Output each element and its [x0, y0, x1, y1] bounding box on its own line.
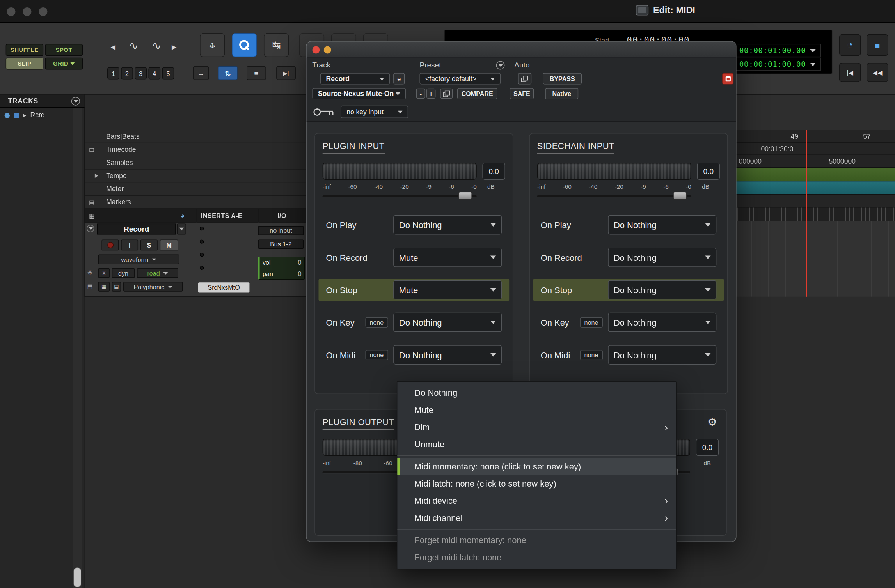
- slip-mode-button[interactable]: SLIP: [6, 58, 44, 70]
- input-path-selector[interactable]: no input: [258, 226, 304, 235]
- voice-selector[interactable]: Polyphonic: [123, 282, 183, 292]
- insert-plugin-chip[interactable]: SrcNxsMtO: [198, 282, 250, 292]
- slider-handle[interactable]: [673, 192, 687, 200]
- plugin-window-titlebar[interactable]: [307, 42, 736, 58]
- grid-view-icon[interactable]: ▦: [89, 212, 95, 220]
- menu-item-midi-latch[interactable]: Midi latch: none (click to set new key): [397, 475, 676, 492]
- zoom-forward-button[interactable]: ▶: [170, 40, 179, 53]
- menu-item-unmute[interactable]: Unmute: [397, 436, 676, 453]
- midi-assignment-badge[interactable]: none: [580, 350, 603, 360]
- tracks-scrollbar-thumb[interactable]: [74, 568, 81, 587]
- ruler-tempo[interactable]: Tempo: [85, 170, 306, 183]
- spot-mode-button[interactable]: SPOT: [45, 44, 83, 56]
- settings-icon[interactable]: ⚙: [707, 415, 717, 429]
- ruler-meter[interactable]: Meter: [85, 182, 306, 196]
- tracks-menu-icon[interactable]: [71, 97, 80, 105]
- on-key-action-dropdown[interactable]: Do Nothing: [608, 313, 716, 332]
- view-selector-icon[interactable]: ◕: [180, 212, 185, 220]
- ruler-timecode[interactable]: ▤Timecode: [85, 143, 306, 156]
- link-track-selection-button[interactable]: ≡: [247, 66, 266, 80]
- track-record-button[interactable]: [101, 240, 119, 251]
- bypass-button[interactable]: BYPASS: [543, 73, 582, 84]
- target-edit-button[interactable]: e: [393, 73, 405, 84]
- input-monitor-button[interactable]: I: [121, 240, 138, 251]
- output-gain-value[interactable]: 0.0: [696, 439, 719, 456]
- volume-pan-display[interactable]: vol0 pan0: [258, 257, 305, 280]
- menu-item-midi-device[interactable]: Midi device›: [397, 492, 676, 510]
- menu-item-dim[interactable]: Dim›: [397, 419, 676, 436]
- on-play-action-dropdown[interactable]: Do Nothing: [393, 215, 502, 235]
- move-tool-button[interactable]: ↔↕: [200, 33, 225, 57]
- record-enable-dot-icon[interactable]: [5, 113, 10, 118]
- key-input-dropdown[interactable]: no key input: [341, 106, 408, 118]
- zoom-back-button[interactable]: ◀: [108, 40, 117, 53]
- zoom-preset-4[interactable]: 4: [148, 67, 160, 80]
- solo-button[interactable]: S: [140, 240, 158, 251]
- safe-button[interactable]: SAFE: [510, 88, 534, 99]
- zoom-preset-5[interactable]: 5: [162, 67, 174, 80]
- timecode-dropdown-icon[interactable]: [810, 62, 816, 66]
- menu-item-forget-midi-latch[interactable]: Forget midi latch: none: [397, 549, 676, 566]
- menu-item-mute[interactable]: Mute: [397, 402, 676, 419]
- insertion-follows-playback-button[interactable]: →: [193, 66, 209, 80]
- previous-preset-button[interactable]: -: [416, 89, 425, 99]
- menu-item-forget-midi-momentary[interactable]: Forget midi momentary: none: [397, 532, 676, 549]
- ruler-bars-beats[interactable]: Bars|Beats: [85, 130, 306, 143]
- ruler-markers[interactable]: ▤Markers: [85, 196, 306, 209]
- track-list-name[interactable]: Rcrd: [30, 111, 45, 119]
- trim-tool-button[interactable]: ↹: [264, 33, 289, 57]
- plugin-selector-dropdown[interactable]: Source-Nexus Mute-On: [312, 88, 406, 99]
- on-record-action-dropdown[interactable]: Mute: [393, 248, 502, 267]
- preset-nav-icon[interactable]: [496, 61, 505, 70]
- vol-value[interactable]: 0: [298, 259, 302, 266]
- track-name-dropdown[interactable]: [177, 224, 186, 235]
- stop-button[interactable]: ■: [867, 34, 888, 56]
- automation-mode-selector[interactable]: read: [137, 268, 178, 278]
- output-path-selector[interactable]: Bus 1-2: [258, 240, 304, 249]
- track-view-selector[interactable]: waveform: [98, 255, 179, 264]
- elastic-audio-icon[interactable]: ✳: [87, 269, 92, 276]
- midi-assignment-badge[interactable]: none: [365, 350, 388, 360]
- on-play-action-dropdown[interactable]: Do Nothing: [608, 215, 716, 235]
- sidechain-gain-value[interactable]: 0.0: [697, 163, 720, 180]
- midi-view-icon[interactable]: ▤: [87, 283, 93, 289]
- preset-selector-dropdown[interactable]: <factory default>: [419, 73, 501, 84]
- zoom-preset-2[interactable]: 2: [121, 67, 133, 80]
- insert-slot-c[interactable]: [200, 253, 204, 257]
- main-timecode-display[interactable]: 00:00:01:00.00: [733, 44, 821, 57]
- on-stop-action-dropdown[interactable]: Do Nothing: [608, 280, 716, 299]
- key-assignment-badge[interactable]: none: [365, 317, 388, 328]
- target-window-button[interactable]: [722, 73, 733, 84]
- on-midi-action-dropdown[interactable]: Do Nothing: [393, 345, 502, 365]
- zoom-tool-button[interactable]: [232, 33, 257, 57]
- sub-timecode-display[interactable]: 00:00:01:00.00: [733, 58, 821, 71]
- menu-item-midi-momentary[interactable]: Midi momentary: none (click to set new k…: [397, 458, 676, 475]
- keyboard-icon-button[interactable]: ▦: [98, 282, 110, 292]
- plugin-close-button[interactable]: [312, 46, 320, 54]
- input-gain-slider[interactable]: [323, 195, 477, 197]
- insert-slot-d[interactable]: [200, 266, 204, 270]
- on-key-action-dropdown[interactable]: Do Nothing: [393, 313, 502, 332]
- track-collapse-icon[interactable]: [87, 225, 94, 232]
- zoom-preset-3[interactable]: 3: [135, 67, 147, 80]
- librarian-button[interactable]: [440, 89, 453, 99]
- ruler-samples[interactable]: Samples: [85, 156, 306, 170]
- playhead-cursor[interactable]: [806, 130, 807, 297]
- dyn-button[interactable]: dyn: [112, 268, 135, 278]
- disclosure-triangle-icon[interactable]: [95, 174, 98, 178]
- waveform-zoom-in-button[interactable]: ∿: [146, 37, 167, 55]
- on-midi-action-dropdown[interactable]: Do Nothing: [608, 345, 716, 365]
- waveform-zoom-out-button[interactable]: ∿: [123, 37, 145, 55]
- on-record-action-dropdown[interactable]: Do Nothing: [608, 248, 716, 267]
- on-stop-action-dropdown[interactable]: Mute: [393, 280, 502, 299]
- countoff-button[interactable]: ◔: [839, 34, 861, 56]
- mirrored-midi-button[interactable]: ▶|: [276, 66, 296, 80]
- plugin-minimize-button[interactable]: [324, 46, 331, 54]
- track-selector-dropdown[interactable]: Record: [320, 73, 390, 84]
- zoom-preset-1[interactable]: 1: [107, 67, 119, 80]
- rewind-button[interactable]: ◀◀: [867, 63, 888, 82]
- link-timeline-selection-button[interactable]: ⇅: [218, 66, 238, 80]
- track-list-item[interactable]: ▸ Rcrd: [5, 111, 45, 120]
- shuffle-mode-button[interactable]: SHUFFLE: [6, 44, 44, 56]
- copy-settings-button[interactable]: [518, 73, 531, 84]
